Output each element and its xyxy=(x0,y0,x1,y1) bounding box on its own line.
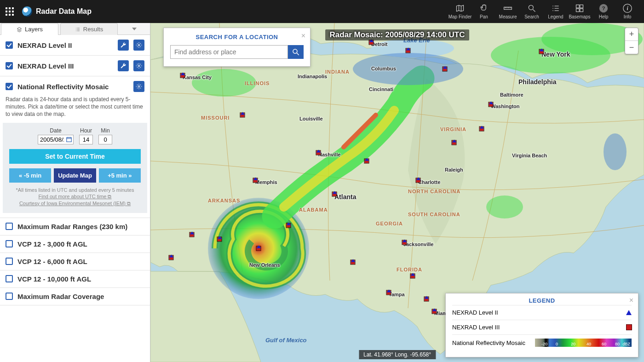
map-area[interactable]: Gulf of Mexico Lake Erie Atlanta Philade… xyxy=(150,23,644,362)
hour-input[interactable] xyxy=(79,135,93,144)
plus5-button[interactable]: +5 min » xyxy=(99,168,141,183)
wrench-button-nexrad2[interactable] xyxy=(118,40,129,51)
square-icon xyxy=(627,325,632,330)
station[interactable] xyxy=(432,310,437,314)
gear-button-mosaic[interactable] xyxy=(133,81,144,92)
sidebar: Layers Results NEXRAD Level II NEXRAD Le… xyxy=(0,23,150,362)
station[interactable] xyxy=(316,151,321,155)
checkbox-vcp3000[interactable] xyxy=(6,240,13,247)
layer-mosaic: National Reflectivity Mosaic Radar data … xyxy=(0,76,150,218)
tool-map-finder[interactable]: Map Finder xyxy=(448,0,472,23)
checkbox-nexrad3[interactable] xyxy=(6,62,13,69)
layer-max-ranges: Maximum Radar Ranges (230 km) xyxy=(0,218,150,236)
svg-rect-3 xyxy=(580,5,583,8)
tool-basemaps[interactable]: Basemaps xyxy=(568,0,592,23)
tool-info[interactable]: iInfo xyxy=(615,0,639,23)
tool-legend[interactable]: Legend xyxy=(544,0,568,23)
station[interactable] xyxy=(480,127,484,131)
legend-n3-label: NEXRAD Level III xyxy=(452,324,500,331)
coord-bar: Lat. 41.968° Long. -95.658° xyxy=(359,350,436,359)
station[interactable] xyxy=(425,297,429,301)
station[interactable] xyxy=(369,40,374,45)
svg-point-12 xyxy=(138,86,140,87)
checkbox-vcp6000[interactable] xyxy=(6,258,13,265)
checkbox-mosaic[interactable] xyxy=(6,83,13,90)
station[interactable] xyxy=(218,237,222,241)
gear-button-nexrad3[interactable] xyxy=(133,60,144,71)
apps-grid-icon[interactable] xyxy=(6,7,14,16)
checkbox-nexrad2[interactable] xyxy=(6,41,13,49)
station[interactable] xyxy=(443,67,447,71)
search-title: SEARCH FOR A LOCATION xyxy=(170,34,304,40)
station[interactable] xyxy=(257,247,261,251)
checkbox-max-ranges[interactable] xyxy=(6,223,13,230)
gear-button-nexrad2[interactable] xyxy=(133,40,144,51)
layer-nexrad3: NEXRAD Level III xyxy=(0,56,150,76)
checkbox-max-coverage[interactable] xyxy=(6,293,13,300)
tool-measure[interactable]: Measure xyxy=(496,0,520,23)
svg-point-17 xyxy=(192,69,256,97)
station[interactable] xyxy=(253,178,258,183)
svg-rect-13 xyxy=(67,137,72,141)
app-title: Radar Data Map xyxy=(36,7,92,16)
search-submit-button[interactable] xyxy=(288,45,304,59)
station[interactable] xyxy=(333,192,337,196)
station[interactable] xyxy=(365,159,369,163)
zoom-in-button[interactable]: + xyxy=(625,28,638,41)
triangle-icon xyxy=(626,310,632,315)
tool-search[interactable]: Search xyxy=(520,0,544,23)
layer-nexrad3-title: NEXRAD Level III xyxy=(17,62,113,70)
station[interactable] xyxy=(540,50,544,54)
tool-pan[interactable]: Pan xyxy=(472,0,496,23)
iem-link[interactable]: Courtesy of Iowa Environmental Mesonet (… xyxy=(9,201,141,207)
layer-mosaic-title: National Reflectivity Mosaic xyxy=(17,83,129,91)
station[interactable] xyxy=(416,178,420,183)
station[interactable] xyxy=(181,74,185,78)
station[interactable] xyxy=(406,49,410,53)
station[interactable] xyxy=(169,256,173,260)
svg-rect-2 xyxy=(576,5,580,8)
svg-text:?: ? xyxy=(602,5,605,11)
update-map-button[interactable]: Update Map xyxy=(54,168,96,183)
legend-title: LEGEND xyxy=(452,297,632,304)
station[interactable] xyxy=(489,103,493,107)
map-overlay-title: Radar Mosaic: 2005/08/29 14:00 UTC xyxy=(325,29,470,40)
svg-point-21 xyxy=(486,195,523,218)
tab-layers[interactable]: Layers xyxy=(1,23,58,35)
calendar-icon[interactable] xyxy=(66,136,72,143)
min-input[interactable] xyxy=(98,135,112,144)
station[interactable] xyxy=(452,141,456,145)
svg-rect-5 xyxy=(580,9,583,12)
date-label: Date xyxy=(50,127,61,134)
wrench-button-nexrad3[interactable] xyxy=(118,60,129,71)
station[interactable] xyxy=(402,241,407,245)
utc-link[interactable]: Find out more about UTC time ⧉ xyxy=(9,194,141,200)
min-label: Min xyxy=(101,127,109,134)
station[interactable] xyxy=(241,113,245,117)
minus5-button[interactable]: « -5 min xyxy=(9,168,51,183)
layer-vcp10000: VCP 12 - 10,000 ft AGL xyxy=(0,270,150,288)
legend-n2-label: NEXRAD Level II xyxy=(452,309,498,316)
station[interactable] xyxy=(287,224,291,228)
sidebar-collapse[interactable] xyxy=(119,23,150,34)
search-close-icon[interactable]: × xyxy=(301,32,305,40)
svg-rect-0 xyxy=(504,7,512,10)
station[interactable] xyxy=(411,274,415,278)
layer-vcp6000: VCP 12 - 6,000 ft AGL xyxy=(0,253,150,270)
layer-max-coverage: Maximum Radar Coverage xyxy=(0,288,150,305)
checkbox-vcp10000[interactable] xyxy=(6,275,13,282)
top-tools: Map Finder Pan Measure Search Legend Bas… xyxy=(448,0,639,23)
legend-close-icon[interactable]: × xyxy=(629,296,633,305)
search-panel: × SEARCH FOR A LOCATION xyxy=(163,28,310,67)
station[interactable] xyxy=(190,233,194,237)
zoom-out-button[interactable]: − xyxy=(625,41,638,54)
hour-label: Hour xyxy=(80,127,92,134)
set-current-button[interactable]: Set to Current Time xyxy=(9,149,141,164)
layer-nexrad2: NEXRAD Level II xyxy=(0,35,150,56)
tab-results[interactable]: Results xyxy=(60,23,118,35)
station[interactable] xyxy=(387,291,391,295)
search-input[interactable] xyxy=(170,45,288,59)
mosaic-desc: Radar data is 24-hour data and is update… xyxy=(6,96,144,118)
station[interactable] xyxy=(351,260,355,264)
tool-help[interactable]: ?Help xyxy=(592,0,615,23)
